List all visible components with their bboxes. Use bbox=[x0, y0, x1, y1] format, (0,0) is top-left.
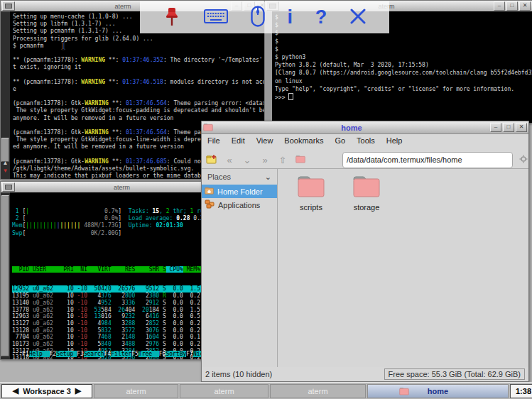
terminal-line: on linux bbox=[275, 77, 532, 85]
workspace-pager[interactable]: ◀ Workspace 3 ▶ bbox=[1, 384, 92, 398]
keyboard-icon[interactable] bbox=[204, 9, 228, 27]
window-title: aterm bbox=[16, 184, 227, 191]
file-item-storage[interactable]: storage bbox=[343, 175, 390, 212]
file-item-scripts[interactable]: scripts bbox=[288, 175, 335, 212]
maximize-button[interactable]: □ bbox=[503, 123, 514, 132]
gear-icon[interactable] bbox=[519, 155, 528, 165]
folder-icon bbox=[343, 175, 390, 201]
apps-icon bbox=[205, 200, 215, 210]
terminal-line bbox=[13, 93, 269, 100]
new-tab-icon[interactable] bbox=[206, 154, 217, 166]
up-icon[interactable]: ⇧ bbox=[277, 155, 288, 165]
workspace-next-icon[interactable]: ▶ bbox=[75, 386, 81, 395]
scrollbar[interactable]: ▲ ▼ bbox=[1, 11, 10, 179]
titlebar[interactable]: home ‒ □ ✕ bbox=[202, 121, 528, 134]
terminal-line: $ bbox=[275, 45, 532, 53]
terminal-line: e bbox=[13, 86, 269, 93]
terminal-line: >>> bbox=[275, 93, 532, 101]
folder-icon bbox=[288, 175, 335, 201]
home-folder-icon[interactable] bbox=[295, 155, 306, 165]
terminal-line: $ python3 bbox=[275, 53, 532, 61]
chevron-down-icon[interactable]: ⌄ bbox=[265, 173, 271, 182]
terminal-line bbox=[13, 50, 269, 57]
home-icon bbox=[205, 187, 214, 196]
places-header[interactable]: Places bbox=[207, 173, 231, 182]
sidebar-item-home-folder[interactable]: Home Folder bbox=[202, 185, 277, 198]
file-label: storage bbox=[343, 203, 390, 212]
workspace-label: Workspace 3 bbox=[23, 387, 71, 395]
file-label: scripts bbox=[288, 203, 335, 212]
terminal-line: $ pcmanfm bbox=[13, 43, 269, 50]
fkey-f6[interactable]: F6 bbox=[159, 351, 166, 357]
mouse-icon[interactable] bbox=[251, 6, 265, 30]
text-cursor-pointer: I bbox=[61, 40, 65, 53]
menu-item-bookmarks[interactable]: Bookmarks bbox=[284, 136, 323, 147]
scroll-down-icon[interactable]: ▼ bbox=[1, 168, 10, 174]
window-menu-button[interactable] bbox=[2, 182, 15, 192]
fkey-f7[interactable]: F7 bbox=[186, 351, 193, 357]
terminal-line: (pcmanfm:13778): Gtk-WARNING **: 01:37:4… bbox=[13, 100, 269, 107]
minimize-button[interactable]: ‒ bbox=[494, 1, 505, 11]
terminal-line bbox=[13, 72, 269, 79]
sidebar-item-applications[interactable]: Applications bbox=[202, 198, 277, 212]
terminal-line: Python 3.8.2 (default, Mar 3 2020, 17:15… bbox=[275, 61, 532, 69]
window-folder-icon bbox=[203, 121, 213, 134]
close-button[interactable]: ✕ bbox=[519, 1, 531, 11]
item-count: 2 items (10 hidden) bbox=[205, 370, 272, 378]
menu-bar: FileEditViewBookmarksGoToolsHelp bbox=[202, 134, 528, 149]
folder-icon bbox=[399, 387, 409, 397]
back-icon[interactable]: « bbox=[224, 155, 235, 165]
taskbar-button-aterm[interactable]: aterm bbox=[94, 384, 178, 398]
path-input[interactable]: /data/data/com.termux/files/home bbox=[342, 152, 513, 168]
fkey-f4[interactable]: F4 bbox=[104, 351, 112, 357]
terminal-line: ** (pcmanfm:13778): WARNING **: 01:37:46… bbox=[13, 79, 269, 86]
terminal-line: Processing triggers for glib (2.64.0) ..… bbox=[13, 35, 269, 43]
maximize-button[interactable]: □ bbox=[506, 1, 518, 11]
fkey-f2[interactable]: F2 bbox=[50, 351, 57, 357]
terminal-line: [Clang 8.0.7 (https://android.googlesour… bbox=[275, 69, 532, 77]
terminal-line: t exist, ignoring it bbox=[13, 64, 269, 71]
terminal-line: $ bbox=[275, 38, 532, 45]
workspace-prev-icon[interactable]: ◀ bbox=[13, 386, 18, 395]
fkey-f1[interactable]: F1 bbox=[22, 351, 29, 357]
fkey-f3[interactable]: F3 bbox=[77, 351, 84, 357]
places-panel: Places ⌄ Home FolderApplications bbox=[202, 169, 278, 367]
pin-icon[interactable] bbox=[163, 6, 181, 29]
status-bar: 2 items (10 hidden) Free space: 55.3 GiB… bbox=[202, 367, 528, 381]
taskbar-button-aterm[interactable]: aterm bbox=[270, 384, 366, 398]
file-view[interactable]: scriptsstorage bbox=[278, 169, 528, 367]
info-icon[interactable]: i bbox=[287, 8, 293, 27]
minimize-button[interactable]: ‒ bbox=[490, 123, 501, 132]
terminal-line: Type "help", "copyright", "credits" or "… bbox=[275, 85, 532, 93]
menu-item-help[interactable]: Help bbox=[386, 136, 403, 147]
window-title: home bbox=[215, 124, 489, 132]
taskbar-button-home[interactable]: home bbox=[367, 384, 509, 398]
scrollbar[interactable] bbox=[1, 192, 10, 359]
menu-item-view[interactable]: View bbox=[256, 136, 273, 147]
close-button[interactable]: ✕ bbox=[516, 123, 527, 132]
taskbar-button-aterm[interactable]: aterm bbox=[180, 384, 268, 398]
terminal-line: The style property GtkWidget:focus-paddi… bbox=[13, 107, 269, 114]
clock: 1:38 bbox=[510, 384, 532, 398]
free-space: Free space: 55.3 GiB (Total: 62.9 GiB) bbox=[384, 368, 525, 380]
scroll-up-icon[interactable]: ▲ bbox=[1, 160, 10, 166]
help-icon[interactable]: ? bbox=[315, 8, 327, 27]
window-menu-button[interactable] bbox=[2, 1, 15, 11]
forward-icon[interactable]: » bbox=[259, 155, 271, 165]
menu-item-file[interactable]: File bbox=[207, 136, 220, 147]
terminal-line: ** (pcmanfm:13778): WARNING **: 01:37:46… bbox=[13, 57, 269, 64]
menu-item-go[interactable]: Go bbox=[335, 136, 345, 147]
window-file-manager: home ‒ □ ✕ FileEditViewBookmarksGoToolsH… bbox=[201, 121, 529, 382]
close-icon[interactable] bbox=[349, 8, 367, 28]
history-dropdown-icon[interactable]: ⌄ bbox=[241, 155, 253, 165]
menu-item-edit[interactable]: Edit bbox=[232, 136, 245, 147]
fkey-f5[interactable]: F5 bbox=[131, 351, 139, 357]
floating-toolbar: i? bbox=[140, 1, 389, 33]
taskbar: ◀ Workspace 3 ▶ atermatermatermhome 1:38 bbox=[0, 382, 532, 399]
menu-item-tools[interactable]: Tools bbox=[357, 136, 375, 147]
